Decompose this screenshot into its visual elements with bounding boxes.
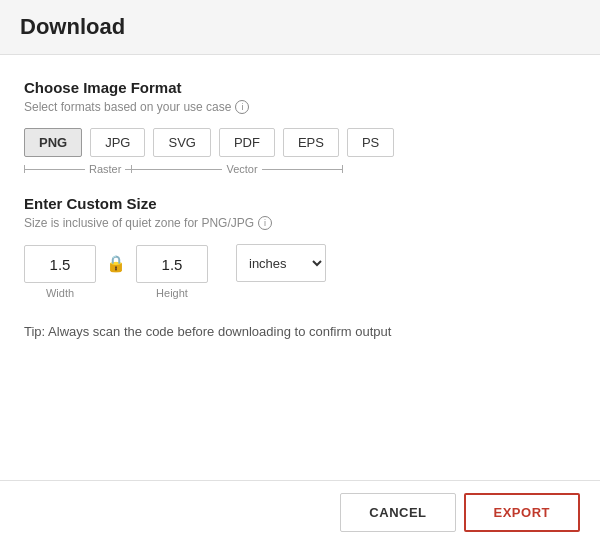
size-info-icon[interactable]: i (258, 216, 272, 230)
custom-size-section: Enter Custom Size Size is inclusive of q… (24, 195, 576, 300)
width-label: Width (46, 287, 74, 299)
scale-vector-line (132, 169, 222, 170)
size-section-subtitle: Size is inclusive of quiet zone for PNG/… (24, 216, 576, 230)
scale-indicator: Raster Vector (24, 163, 576, 175)
format-btn-svg[interactable]: SVG (153, 128, 210, 157)
width-input[interactable] (24, 245, 96, 283)
scale-tick-end (342, 165, 343, 173)
scale-raster-label: Raster (85, 163, 125, 175)
format-btn-eps[interactable]: EPS (283, 128, 339, 157)
format-buttons: PNG JPG SVG PDF EPS PS (24, 128, 576, 157)
lock-icon: 🔒 (106, 254, 126, 273)
format-section-title: Choose Image Format (24, 79, 576, 96)
size-inputs: Width 🔒 Height inches cm mm px (24, 244, 576, 300)
scale-vector-label: Vector (222, 163, 261, 175)
format-btn-ps[interactable]: PS (347, 128, 394, 157)
format-btn-jpg[interactable]: JPG (90, 128, 145, 157)
format-btn-pdf[interactable]: PDF (219, 128, 275, 157)
cancel-button[interactable]: CANCEL (340, 493, 455, 532)
export-button[interactable]: EXPORT (464, 493, 580, 532)
height-input-wrap: Height (136, 245, 208, 299)
unit-select[interactable]: inches cm mm px (236, 244, 326, 282)
size-section-title: Enter Custom Size (24, 195, 576, 212)
format-section: Choose Image Format Select formats based… (24, 79, 576, 175)
width-input-wrap: Width (24, 245, 96, 299)
format-btn-png[interactable]: PNG (24, 128, 82, 157)
scale-raster-line (25, 169, 85, 170)
dialog-header: Download (0, 0, 600, 55)
tip-text: Tip: Always scan the code before downloa… (24, 324, 576, 339)
height-input[interactable] (136, 245, 208, 283)
height-label: Height (156, 287, 188, 299)
dialog-body: Choose Image Format Select formats based… (0, 55, 600, 480)
format-info-icon[interactable]: i (235, 100, 249, 114)
dialog-footer: CANCEL EXPORT (0, 480, 600, 544)
format-section-subtitle: Select formats based on your use case i (24, 100, 576, 114)
dialog-title: Download (20, 14, 125, 39)
